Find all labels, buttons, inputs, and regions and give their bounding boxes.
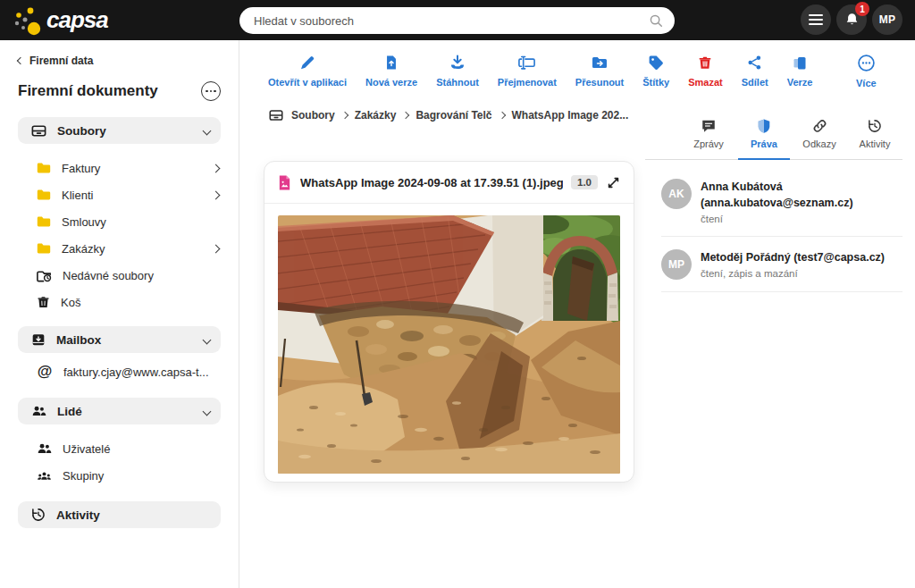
tag-icon (647, 54, 665, 71)
chevron-down-icon (203, 407, 212, 416)
sidebar-folder-smlouvy[interactable]: Smlouvy (0, 208, 239, 235)
new-version-button[interactable]: Nová verze (365, 54, 417, 88)
sidebar-folder-faktury[interactable]: Faktury (0, 155, 239, 181)
move-button[interactable]: Přesunout (575, 54, 624, 88)
user-avatar[interactable]: MP (872, 4, 902, 35)
folder-icon (36, 214, 52, 230)
capsa-dots-icon (11, 4, 41, 37)
trash-label: Koš (61, 296, 219, 309)
permissions-list: AK Anna Kubátová (anna.kubatova@seznam.c… (661, 166, 902, 292)
file-toolbar: Otevřít v aplikaci Nová verze Stáhnout P… (268, 54, 812, 88)
download-button[interactable]: Stáhnout (436, 54, 479, 88)
sidebar-item-users[interactable]: Uživatelé (0, 435, 239, 462)
chevron-left-icon (17, 57, 24, 64)
trash-icon (697, 54, 713, 71)
sidebar-item-lide[interactable]: Lidé (18, 398, 221, 424)
search-input[interactable] (254, 14, 648, 28)
search-icon[interactable] (648, 13, 664, 29)
tab-zpravy[interactable]: Zprávy (683, 114, 735, 160)
folder-move-icon (591, 54, 609, 71)
permission-row[interactable]: MP Metoděj Pořádný (test7@capsa.cz) čten… (661, 237, 902, 292)
permission-rights: čtení (701, 214, 895, 224)
chevron-right-icon (498, 112, 505, 119)
file-title: WhatsApp Image 2024-09-08 at 17.39.51 (1… (300, 176, 563, 189)
capsa-logo[interactable]: capsa (11, 4, 108, 37)
folder-label: Smlouvy (62, 215, 219, 229)
global-search[interactable] (239, 7, 675, 34)
file-preview-card: WhatsApp Image 2024-09-08 at 17.39.51 (1… (264, 161, 634, 483)
folder-label: Faktury (62, 162, 203, 175)
app: capsa 1 MP (0, 0, 915, 588)
rename-icon (517, 54, 536, 71)
topbar-actions: 1 MP (801, 4, 902, 35)
sidebar-more-button[interactable] (201, 81, 221, 101)
sidebar-item-groups[interactable]: Skupiny (0, 462, 239, 489)
avatar: MP (661, 249, 692, 280)
tags-button[interactable]: Štítky (642, 54, 669, 88)
folder-icon (36, 160, 52, 176)
permission-row[interactable]: AK Anna Kubátová (anna.kubatova@seznam.c… (661, 166, 902, 237)
shield-icon (756, 118, 772, 134)
sidebar-item-mail-address[interactable]: @ faktury.cjay@www.capsa-t... (0, 358, 239, 385)
sidebar: Firemní data Firemní dokumenty Soubory F… (0, 40, 239, 588)
breadcrumb: Soubory Zakázky Bagrování Telč WhatsApp … (268, 107, 628, 123)
sidebar-item-mailbox[interactable]: Mailbox (18, 326, 221, 353)
permission-rights: čtení, zápis a mazání (701, 268, 895, 279)
users-icon (36, 441, 53, 457)
folder-label: Klienti (62, 189, 203, 202)
breadcrumb-item[interactable]: Soubory (291, 109, 335, 122)
versions-button[interactable]: Verze (787, 54, 813, 88)
drive-icon (268, 107, 284, 123)
rename-button[interactable]: Přejmenovat (498, 54, 557, 88)
notification-badge: 1 (855, 2, 869, 16)
tab-prava[interactable]: Práva (738, 114, 790, 160)
breadcrumb-item[interactable]: Zakázky (355, 109, 397, 122)
notifications-button[interactable]: 1 (836, 4, 867, 35)
recent-label: Nedávné soubory (63, 269, 219, 282)
expand-icon[interactable] (606, 175, 621, 190)
groups-label: Skupiny (63, 469, 219, 483)
history-icon (30, 507, 46, 523)
users-label: Uživatelé (63, 442, 219, 456)
back-label: Firemní data (29, 55, 93, 67)
page-title: Firemní dokumenty (18, 82, 158, 100)
file-card-header: WhatsApp Image 2024-09-08 at 17.39.51 (1… (264, 162, 634, 204)
chevron-right-icon (340, 112, 348, 119)
sidebar-item-trash[interactable]: Koš (0, 289, 239, 315)
sidebar-folder-zakazky[interactable]: Zakázky (0, 235, 239, 262)
share-icon (746, 54, 763, 71)
tab-aktivity[interactable]: Aktivity (849, 114, 901, 160)
permission-user-name: Metoděj Pořádný (test7@capsa.cz) (701, 249, 895, 265)
menu-button[interactable] (801, 4, 831, 35)
share-button[interactable]: Sdílet (742, 54, 768, 88)
sidebar-item-activity[interactable]: Aktivity (18, 501, 221, 528)
groups-icon (36, 467, 53, 483)
version-badge[interactable]: 1.0 (571, 175, 598, 189)
detail-tabs: Zprávy Práva Odkazy Aktivity (645, 114, 902, 160)
mailbox-icon (30, 332, 46, 348)
chevron-down-icon (203, 335, 212, 344)
tab-odkazy[interactable]: Odkazy (793, 114, 845, 160)
delete-button[interactable]: Smazat (688, 54, 723, 88)
topbar: capsa 1 MP (0, 0, 915, 40)
folder-icon (36, 187, 52, 203)
image-file-icon (277, 174, 292, 191)
chevron-right-icon (212, 190, 221, 199)
breadcrumb-item-current: WhatsApp Image 202... (512, 109, 629, 122)
download-icon (449, 54, 466, 71)
breadcrumb-item[interactable]: Bagrování Telč (416, 109, 491, 122)
ellipsis-circle-icon (857, 54, 876, 72)
more-button[interactable]: Více (856, 54, 877, 88)
mailbox-label: Mailbox (56, 333, 194, 347)
logo-wordmark: capsa (46, 6, 108, 34)
sidebar-item-recent-files[interactable]: Nedávné soubory (0, 262, 239, 289)
drive-icon (30, 122, 47, 139)
sidebar-item-soubory[interactable]: Soubory (18, 117, 221, 144)
open-in-app-button[interactable]: Otevřít v aplikaci (268, 54, 347, 88)
sidebar-item-label: Soubory (57, 124, 194, 138)
avatar: AK (661, 179, 692, 209)
back-link-firemni-data[interactable]: Firemní data (0, 53, 239, 69)
sidebar-header: Firemní dokumenty (0, 80, 239, 103)
sidebar-folder-klienti[interactable]: Klienti (0, 181, 239, 208)
file-image-preview[interactable] (278, 215, 620, 474)
